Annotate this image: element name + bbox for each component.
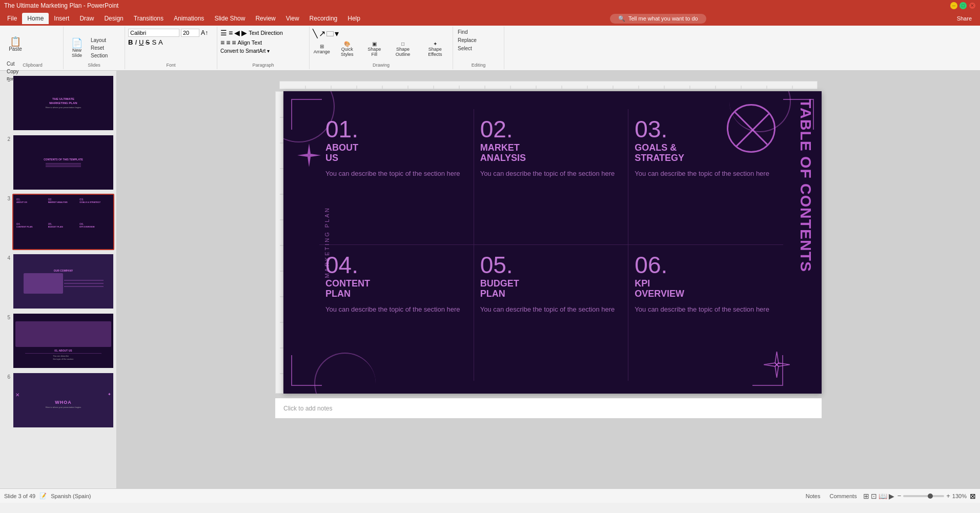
numbering-button[interactable]: ≡ bbox=[229, 29, 233, 37]
share-button[interactable]: Share bbox=[951, 15, 978, 22]
shape-fill-icon: ▣ bbox=[372, 41, 377, 47]
tab-review[interactable]: Review bbox=[250, 13, 280, 24]
tab-design[interactable]: Design bbox=[99, 13, 128, 24]
zoom-slider[interactable] bbox=[903, 495, 944, 497]
slide-img-3[interactable]: 01.ABOUT US 02.MARKET ANALYSIS 03.GOALS … bbox=[12, 194, 114, 250]
new-slide-icon: 📄 bbox=[71, 38, 83, 48]
paragraph-label: Paragraph bbox=[252, 63, 274, 68]
item-2-title: MARKETANALYSIS bbox=[480, 143, 622, 163]
tab-insert[interactable]: Insert bbox=[49, 13, 74, 24]
tab-help[interactable]: Help bbox=[342, 13, 365, 24]
slide-sorter-button[interactable]: ⊡ bbox=[871, 492, 877, 500]
slide-panel[interactable]: 1 THE ULTIMATEMARKETING PLAN Here is whe… bbox=[0, 71, 117, 488]
slide-thumb-2[interactable]: 2 CONTENTS OF THIS TEMPLATE bbox=[2, 134, 114, 191]
underline-button[interactable]: U bbox=[139, 38, 144, 46]
clipboard-group: 📋 Paste Cut Copy Format Painter Clipboar… bbox=[2, 27, 64, 69]
normal-view-button[interactable]: ⊞ bbox=[863, 492, 869, 500]
zoom-thumb[interactable] bbox=[928, 494, 933, 499]
increase-indent-button[interactable]: ▶ bbox=[241, 29, 247, 37]
reading-view-button[interactable]: 📖 bbox=[879, 492, 887, 500]
toc-vertical-title: TABLE OF CONTENTS bbox=[798, 99, 813, 386]
tab-home[interactable]: Home bbox=[22, 13, 49, 24]
notes-button[interactable]: Notes bbox=[803, 492, 824, 500]
clipboard-label: Clipboard bbox=[23, 63, 43, 68]
bold-button[interactable]: B bbox=[128, 38, 133, 46]
reset-button[interactable]: Reset bbox=[89, 45, 109, 51]
bullets-button[interactable]: ☰ bbox=[220, 29, 227, 37]
slide-thumb-1[interactable]: 1 THE ULTIMATEMARKETING PLAN Here is whe… bbox=[2, 75, 114, 131]
slide-img-1[interactable]: THE ULTIMATEMARKETING PLAN Here is where… bbox=[12, 75, 114, 131]
item-1-number: 01. bbox=[325, 117, 467, 141]
slide-img-5[interactable]: 01. ABOUT US You can describethe topic o… bbox=[12, 313, 114, 369]
align-right-button[interactable]: ≡ bbox=[232, 38, 236, 47]
tab-draw[interactable]: Draw bbox=[74, 13, 99, 24]
slide-number-6: 6 bbox=[2, 372, 12, 428]
tab-animations[interactable]: Animations bbox=[169, 13, 209, 24]
section-button[interactable]: Section bbox=[89, 52, 109, 59]
shape-outline-button[interactable]: □ Shape Outline bbox=[388, 40, 417, 58]
font-size-input[interactable] bbox=[181, 29, 199, 37]
maximize-button[interactable]: □ bbox=[959, 2, 967, 9]
tab-slideshow[interactable]: Slide Show bbox=[209, 13, 250, 24]
shapes-more[interactable]: ▾ bbox=[335, 29, 339, 38]
font-name-input[interactable] bbox=[128, 29, 179, 37]
strikethrough-button[interactable]: S̶ bbox=[146, 38, 150, 46]
tab-transitions[interactable]: Transitions bbox=[129, 13, 169, 24]
vertical-ruler-marks bbox=[276, 92, 284, 394]
align-left-button[interactable]: ≡ bbox=[220, 38, 224, 47]
italic-button[interactable]: I bbox=[135, 38, 137, 46]
notes-placeholder: Click to add notes bbox=[283, 405, 332, 412]
tab-recording[interactable]: Recording bbox=[304, 13, 343, 24]
drawing-label: Drawing bbox=[373, 63, 390, 68]
select-button[interactable]: Select bbox=[456, 45, 474, 52]
tab-view[interactable]: View bbox=[281, 13, 304, 24]
shadow-button[interactable]: S bbox=[152, 38, 156, 46]
copy-button[interactable]: Copy bbox=[5, 68, 39, 75]
new-slide-button[interactable]: 📄 New Slide bbox=[67, 33, 87, 64]
slide-img-4[interactable]: OUR COMPANY bbox=[12, 253, 114, 310]
drawing-group: ╲ ↗ ▾ ⊞ Arrange 🎨 Quick Styles ▣ Shape F… bbox=[310, 27, 453, 69]
paste-button[interactable]: 📋 Paste bbox=[5, 29, 26, 59]
decrease-indent-button[interactable]: ◀ bbox=[234, 29, 240, 37]
slide-thumb-4[interactable]: 4 OUR COMPANY bbox=[2, 253, 114, 310]
tab-bar: File Home Insert Draw Design Transitions… bbox=[0, 11, 980, 26]
paragraph-group: ☰ ≡ ◀ ▶ Text Direction ≡ ≡ ≡ Align Text … bbox=[217, 27, 310, 69]
tab-file[interactable]: File bbox=[2, 13, 22, 24]
align-text-button[interactable]: Align Text bbox=[238, 39, 262, 46]
notes-area[interactable]: Click to add notes bbox=[275, 398, 822, 418]
quick-styles-button[interactable]: 🎨 Quick Styles bbox=[334, 40, 360, 58]
convert-smartart-button[interactable]: Convert to SmartArt ▾ bbox=[220, 48, 270, 54]
arrange-button[interactable]: ⊞ Arrange bbox=[313, 43, 331, 55]
text-direction-button[interactable]: Text Direction bbox=[249, 30, 283, 36]
shape-effects-button[interactable]: ✦ Shape Effects bbox=[421, 40, 450, 58]
layout-button[interactable]: Layout bbox=[89, 37, 109, 44]
grid-item-5: 05. BUDGETPLAN You can describe the topi… bbox=[474, 245, 629, 381]
shape-fill-button[interactable]: ▣ Shape Fill bbox=[363, 40, 385, 58]
close-button[interactable]: ✕ bbox=[969, 2, 976, 9]
align-center-button[interactable]: ≡ bbox=[226, 38, 230, 47]
item-3-desc: You can describe the topic of the sectio… bbox=[635, 169, 777, 179]
comments-button[interactable]: Comments bbox=[826, 492, 860, 500]
zoom-out-button[interactable]: − bbox=[897, 492, 902, 500]
find-button[interactable]: Find bbox=[456, 29, 469, 35]
slide-thumb-3[interactable]: 3 01.ABOUT US 02.MARKET ANALYSIS 03.GOAL… bbox=[2, 194, 114, 250]
status-right: Notes Comments ⊞ ⊡ 📖 ▶ − + 130% ⊠ bbox=[803, 492, 976, 500]
editing-label: Editing bbox=[472, 63, 486, 68]
line-tool[interactable]: ╲ bbox=[313, 29, 318, 38]
font-color-button[interactable]: A bbox=[158, 38, 163, 46]
slide-thumb-5[interactable]: 5 01. ABOUT US You can describethe topic… bbox=[2, 313, 114, 369]
minimize-button[interactable]: ─ bbox=[950, 2, 957, 9]
ribbon: 📋 Paste Cut Copy Format Painter Clipboar… bbox=[0, 26, 980, 71]
increase-font-button[interactable]: A↑ bbox=[201, 29, 208, 36]
fit-slide-button[interactable]: ⊠ bbox=[970, 492, 976, 500]
slide-img-6[interactable]: ✕ ✦ WHOA Here is where your presentation… bbox=[12, 372, 114, 428]
arrow-tool[interactable]: ↗ bbox=[319, 29, 325, 38]
slide-thumb-6[interactable]: 6 ✕ ✦ WHOA Here is where your presentati… bbox=[2, 372, 114, 428]
rect-tool[interactable] bbox=[326, 31, 334, 36]
zoom-in-button[interactable]: + bbox=[946, 492, 950, 500]
tell-me-box[interactable]: 🔍 Tell me what you want to do bbox=[610, 14, 706, 24]
slide-img-2[interactable]: CONTENTS OF THIS TEMPLATE bbox=[12, 134, 114, 191]
slideshow-button[interactable]: ▶ bbox=[889, 492, 894, 500]
svg-marker-35 bbox=[308, 155, 311, 167]
replace-button[interactable]: Replace bbox=[456, 37, 478, 44]
